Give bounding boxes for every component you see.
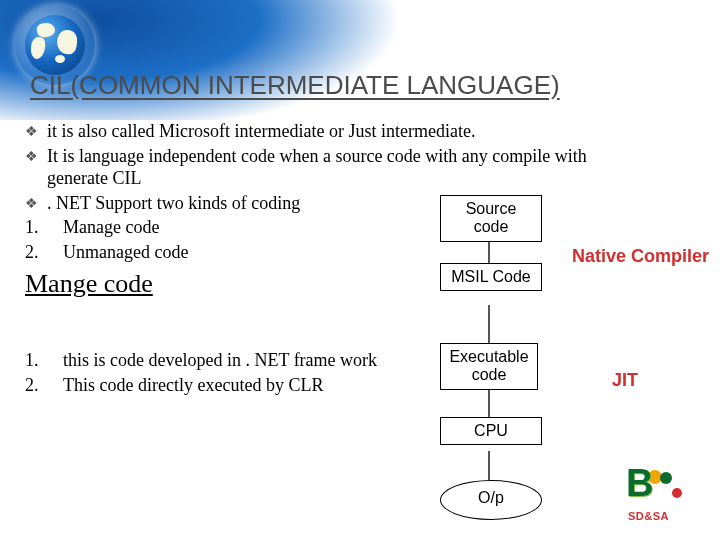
bullet-item: ❖ It is language independent code when a… [25, 145, 705, 190]
list-number: 2. [25, 374, 53, 397]
connector-line [488, 239, 490, 263]
diamond-icon: ❖ [25, 145, 47, 166]
diamond-icon: ❖ [25, 120, 47, 141]
flow-box-output: O/p [440, 480, 542, 520]
bullet-text: Manage code [53, 216, 705, 239]
section-heading: Mange code [25, 269, 705, 299]
diamond-icon: ❖ [25, 192, 47, 213]
bullet-text: this is code developed in . NET frame wo… [53, 349, 425, 372]
logo-letter: B [626, 462, 653, 505]
bullet-text: it is also called Microsoft intermediate… [47, 120, 705, 143]
connector-line [488, 451, 490, 480]
logo-badge: B SD&SA [626, 466, 696, 522]
bullet-text: It is language independent code when a s… [47, 145, 587, 190]
connector-line [488, 385, 490, 417]
numbered-item: 2. This code directly executed by CLR [25, 374, 425, 397]
list-number: 2. [25, 241, 53, 264]
logo-dot-icon [672, 488, 682, 498]
numbered-item: 1. Manage code [25, 216, 705, 239]
numbered-item: 1. this is code developed in . NET frame… [25, 349, 425, 372]
page-title: CIL(COMMON INTERMEDIATE LANGUAGE) [30, 70, 560, 101]
bullet-text: Unmanaged code [53, 241, 705, 264]
flow-box-cpu: CPU [440, 417, 542, 445]
numbered-item: 2. Unmanaged code [25, 241, 705, 264]
flow-box-source: Source code [440, 195, 542, 242]
logo-dot-icon [660, 472, 672, 484]
bullet-text: . NET Support two kinds of coding [47, 192, 705, 215]
content-area: ❖ it is also called Microsoft intermedia… [25, 120, 705, 398]
bullet-text: This code directly executed by CLR [53, 374, 425, 397]
logo-text: SD&SA [628, 510, 669, 522]
bullet-item: ❖ . NET Support two kinds of coding [25, 192, 705, 215]
list-number: 1. [25, 216, 53, 239]
second-list: 1. this is code developed in . NET frame… [25, 349, 425, 396]
list-number: 1. [25, 349, 53, 372]
header-gradient [0, 0, 720, 120]
bullet-item: ❖ it is also called Microsoft intermedia… [25, 120, 705, 143]
flow-box-msil: MSIL Code [440, 263, 542, 291]
flow-box-executable: Executable code [440, 343, 538, 390]
connector-line [488, 305, 490, 343]
